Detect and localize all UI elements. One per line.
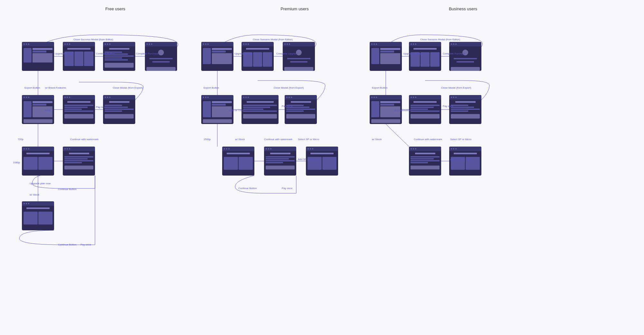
label-export-btn-premium: Export Button xyxy=(204,86,219,89)
label-export-btn-free: Export Button xyxy=(24,86,40,89)
label-upgrade-btn-free: Upgrade Button xyxy=(55,52,73,55)
canvas: Free users Premium users Business users … xyxy=(0,0,644,335)
label-brand-features-free: w/ Brand Features xyxy=(45,86,66,89)
label-pay-once-premium1: Pay once xyxy=(282,105,292,108)
label-complete-purchase-free: Complete Purchase xyxy=(136,52,158,55)
label-any-res-business: Any resolution xyxy=(394,109,411,112)
label-continue-btn-free1: Continue Button xyxy=(96,52,114,55)
free-success1-card: Success Modal xyxy=(145,42,177,71)
label-complete-upgrade-premium: Complete Upgrade xyxy=(276,52,298,55)
business-stockuse-card: Stock Use Modal xyxy=(409,147,441,176)
label-close-success-free: Close Success Modal (from Editor) xyxy=(73,38,113,41)
label-1500p-premium: 1500p xyxy=(204,138,211,141)
premium-billing1-card: Billing Modal Microtransaction xyxy=(285,95,317,124)
business-users-title: Business users xyxy=(370,6,556,11)
business-editor-card: Editor xyxy=(370,42,402,71)
free-billing2-card: Billing Modal Microtransaction xyxy=(103,95,135,124)
label-select-sp-business: Select SP or Micro xyxy=(450,138,471,141)
label-continue-watermark-free: Continue with watermark xyxy=(70,138,99,141)
label-continue-btn-free2: Continue Button xyxy=(58,188,76,191)
business-plans2-card: Plans Modal Add SP Micro xyxy=(449,147,481,176)
business-plans1-card: Plans Modal Add SP xyxy=(409,42,441,71)
label-pay-once-free1: Pay once xyxy=(96,106,107,109)
premium-plans1-card: Plans Modal Add SP Business + SP xyxy=(242,42,274,71)
label-w-stock-business: w/ Stock xyxy=(372,138,382,141)
free-plans3-card: Plans Modal Business + 50 Micro xyxy=(22,201,54,230)
premium-users-title: Premium users xyxy=(201,6,388,11)
label-pay-once-business1: Pay once xyxy=(443,105,453,108)
label-w-stock-free: w/ Stock xyxy=(30,193,39,196)
free-users-title: Free users xyxy=(22,6,209,11)
premium-stockuse-card: Stock Use Modal xyxy=(264,147,296,176)
label-upgrade-btn-premium: Upgrade Button xyxy=(234,52,252,55)
free-plans1-card: Plans Modal Premium +5K Business +5P xyxy=(63,42,95,71)
label-continue-watermark-business: Continue with watermark xyxy=(414,138,442,141)
label-720p-free: 720p xyxy=(18,138,24,141)
business-download1-card: Download xyxy=(409,95,441,124)
label-continue-btn-free3: Continue Button xyxy=(58,243,76,246)
label-480p-free: 480p xyxy=(45,109,51,112)
label-add-sp-business: Add SP / pay once xyxy=(450,158,471,161)
label-complete-purchase-business: Complete Purchase xyxy=(443,52,465,55)
label-close-export-premium: Close Modal (from Export) xyxy=(274,86,304,89)
svg-line-22 xyxy=(386,124,409,147)
business-billing1-card: Billing Modal Microtransaction xyxy=(449,95,481,124)
free-editor-card: Editor xyxy=(22,42,54,71)
free-plans1-label: Plans Modal Premium +5K Business +5P xyxy=(63,70,95,71)
label-continue-btn-premium: Continue Button xyxy=(238,187,257,190)
free-plans2-label: Plans Modal Premium +5K Business + 50 Mi… xyxy=(22,174,54,176)
premium-plans3-card: Plans Modal Add SP Micro xyxy=(306,147,338,176)
premium-download1-card: Download xyxy=(242,95,279,124)
premium-editor-card: Editor xyxy=(201,42,233,71)
premium-success1-card: Success Modal xyxy=(283,42,315,71)
label-continue-watermark-premium: Continue with watermark xyxy=(264,138,292,141)
label-close-export-business: Close Modal (from Export) xyxy=(441,86,471,89)
free-download1-card: Download xyxy=(63,95,95,124)
premium-plans2-card: Plans Modal Business +5P and Micro xyxy=(222,147,254,176)
label-w-stock-premium: w/ Stock xyxy=(235,138,245,141)
label-1080p-free: 1080p xyxy=(13,161,20,164)
label-upgrade-btn-business: Upgrade Button xyxy=(403,52,421,55)
business-success1-card: Success Modal xyxy=(449,42,481,71)
label-close-success-premium: Close Success Modal (from Editor) xyxy=(253,38,293,41)
free-billing1-card: Billing Modal Plan Upgrade xyxy=(103,42,135,71)
label-select-sp-premium: Select SP or Micro xyxy=(298,138,319,141)
label-close-success-business: Close Success Modal (from Editor) xyxy=(420,38,460,41)
label-pay-once-free3: Pay once xyxy=(80,243,91,246)
free-stockuse-card: Stock Use Modal xyxy=(63,147,95,176)
label-export-btn-business: Export Button xyxy=(372,86,387,89)
label-add-sp-premium: Add SP / pay once xyxy=(298,158,319,161)
label-pay-once-premium2: Pay once xyxy=(282,187,292,190)
free-plans2-card: Plans Modal Premium +5K Business + 50 Mi… xyxy=(22,147,54,176)
label-480p-720p-premium: 480p or 720p xyxy=(229,109,244,112)
label-close-export-free: Close Modal (from Export) xyxy=(113,86,143,89)
label-upgrade-plan-free: Upgrade plan now xyxy=(30,182,51,185)
